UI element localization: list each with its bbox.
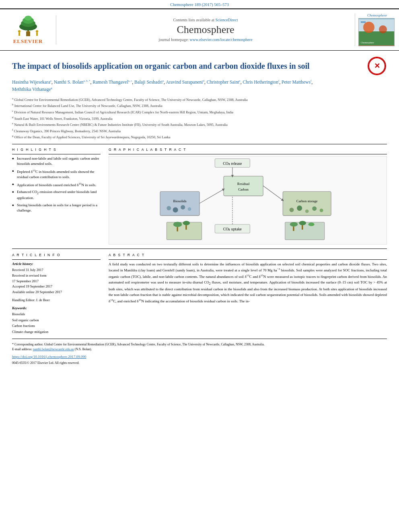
corresponding-author-note: * Corresponding author. Global Centre fo…	[12, 342, 387, 347]
sciencedirect-link[interactable]: Contents lists available at ScienceDirec…	[64, 18, 347, 22]
graphical-abstract-section: G R A P H I C A L A B S T R A C T CO₂ re…	[109, 148, 387, 244]
author-seshadri: Balaji Seshadri	[134, 80, 162, 84]
journal-info: Contents lists available at ScienceDirec…	[56, 18, 355, 42]
article-history: Article history: Received 31 July 2017 R…	[12, 261, 101, 295]
highlight-item-3: Application of biosolids caused enriched…	[12, 182, 101, 188]
crossmark-icon: ✕	[368, 58, 385, 74]
svg-rect-24	[160, 191, 200, 216]
email-line: E-mail address: nanthi.bolan@newcastle.e…	[12, 347, 387, 352]
article-info-divider	[12, 259, 101, 260]
svg-rect-45	[185, 225, 187, 230]
svg-point-49	[308, 222, 314, 226]
svg-point-5	[25, 16, 32, 21]
affiliation-a: a Global Centre for Environmental Remedi…	[12, 97, 387, 103]
elsevier-logo: ELSEVIER	[0, 15, 56, 45]
graphical-abstract-heading: G R A P H I C A L A B S T R A C T	[109, 148, 387, 152]
article-info-abstract-section: A R T I C L E I N F O Article history: R…	[12, 253, 387, 335]
svg-point-35	[312, 206, 317, 211]
accepted-date: Accepted 19 September 2017	[12, 284, 101, 290]
ga-divider	[109, 154, 387, 154]
author-saint: Christopher Saint	[207, 80, 239, 84]
authors-list: Hasintha Wijesekaraa, Nanthi S. Bolana, …	[12, 78, 387, 93]
svg-text:Carbon storage: Carbon storage	[296, 199, 318, 203]
svg-point-32	[290, 207, 294, 212]
highlights-heading: H I G H L I G H T S	[12, 148, 101, 152]
svg-point-8	[36, 30, 38, 33]
svg-point-12	[363, 22, 374, 33]
affiliation-c: c Division of Natural Resource Managemen…	[12, 109, 387, 115]
svg-rect-20	[224, 176, 263, 196]
keyword-3: Carbon fractions	[12, 323, 101, 329]
svg-text:✕: ✕	[374, 62, 380, 70]
email-link[interactable]: nanthi.bolan@newcastle.edu.au	[33, 347, 74, 351]
highlight-item-4: Enhanced CO2 emission observed under bio…	[12, 189, 101, 201]
main-content: The impact of biosolids application on o…	[0, 51, 399, 372]
author-matthews: Peter Matthews	[282, 80, 311, 84]
author-wijesekara: Hasintha Wijesekara	[12, 80, 50, 84]
svg-point-48	[299, 221, 306, 225]
keywords-list: Biosolids Soil organic carbon Carbon fra…	[12, 311, 101, 335]
svg-rect-7	[19, 33, 20, 36]
svg-point-28	[181, 205, 185, 210]
svg-text:Residual: Residual	[237, 182, 250, 186]
elsevier-brand: ELSEVIER	[13, 38, 43, 45]
journal-header: ELSEVIER Contents lists available at Sci…	[0, 8, 399, 51]
article-title: The impact of biosolids application on o…	[12, 61, 364, 71]
highlights-divider	[12, 154, 101, 154]
svg-text:Biosolids: Biosolids	[173, 199, 187, 203]
highlights-graphical-section: H I G H L I G H T S Increased non-labile…	[12, 148, 387, 244]
abstract-column: A B S T R A C T A field study was conduc…	[109, 253, 387, 335]
divider-2	[12, 249, 387, 249]
svg-line-37	[200, 189, 224, 203]
highlight-item-1: Increased non-labile and labile soil org…	[12, 156, 101, 167]
svg-rect-9	[36, 33, 38, 36]
article-info-heading: A R T I C L E I N F O	[12, 253, 101, 257]
doi-link[interactable]: https://doi.org/10.1016/j.chemosphere.20…	[12, 354, 387, 360]
highlight-item-5: Storing biosolids carbon in soils for a …	[12, 203, 101, 214]
abstract-text: A field study was conducted on two textu…	[109, 261, 387, 304]
affiliation-g: g Office of the Dean, Faculty of Applied…	[12, 134, 387, 140]
keyword-4: Climate change mitigation	[12, 329, 101, 335]
cover-image: Chemosphere	[359, 19, 394, 45]
keywords-section: Keywords: Biosolids Soil organic carbon …	[12, 306, 101, 335]
svg-text:Chemosphere: Chemosphere	[361, 41, 374, 44]
svg-rect-50	[293, 226, 294, 231]
ga-diagram: CO₂ release Residual Carbon Biosolids	[109, 156, 387, 244]
crossmark-badge[interactable]: ✕	[368, 57, 387, 76]
highlights-section: H I G H L I G H T S Increased non-labile…	[12, 148, 101, 244]
revised-label: Received in revised form	[12, 273, 101, 279]
divider-1	[12, 144, 387, 144]
highlight-item-2: Depleted δ13C in biosolids amended soils…	[12, 168, 101, 180]
svg-point-47	[290, 222, 298, 226]
keyword-2: Soil organic carbon	[12, 317, 101, 323]
svg-rect-51	[302, 225, 303, 230]
revised-date: 17 September 2017	[12, 279, 101, 284]
journal-reference: Chemosphere 189 (2017) 565–573	[0, 0, 399, 8]
received-date: Received 31 July 2017	[12, 267, 101, 273]
svg-text:CO₂ release: CO₂ release	[223, 161, 242, 166]
svg-rect-14	[361, 21, 366, 23]
svg-point-34	[305, 210, 309, 213]
svg-point-42	[173, 222, 182, 227]
keyword-1: Biosolids	[12, 311, 101, 317]
affiliation-e: e Natural & Built Environments Research …	[12, 121, 387, 127]
article-info-column: A R T I C L E I N F O Article history: R…	[12, 253, 101, 335]
svg-point-29	[188, 207, 191, 211]
author-surapaneni: Aravind Surapaneni	[166, 80, 203, 84]
copyright-notice: 0045-6535/© 2017 Elsevier Ltd. All right…	[12, 361, 387, 366]
abstract-heading: A B S T R A C T	[109, 253, 387, 257]
author-vithanage: Meththika Vithanage	[12, 87, 51, 92]
footer-section: * Corresponding author. Global Centre fo…	[12, 339, 387, 366]
affiliation-b: b International Centre for Balanced Land…	[12, 103, 387, 109]
svg-rect-41	[167, 222, 202, 240]
handling-editor: Handling Editor: J. de Boer	[12, 298, 101, 302]
svg-text:CO₂ uptake: CO₂ uptake	[223, 227, 242, 231]
svg-point-13	[379, 25, 387, 33]
homepage-link[interactable]: journal homepage: www.elsevier.com/locat…	[64, 37, 347, 42]
journal-thumbnail: Chemosphere Chemosphere	[355, 13, 399, 46]
author-bolan: Nanthi S. Bolan	[54, 80, 84, 84]
graphical-abstract-image: CO₂ release Residual Carbon Biosolids	[109, 156, 387, 244]
svg-text:Carbon: Carbon	[238, 187, 249, 191]
svg-point-33	[297, 205, 302, 211]
journal-name: Chemosphere	[64, 24, 347, 36]
